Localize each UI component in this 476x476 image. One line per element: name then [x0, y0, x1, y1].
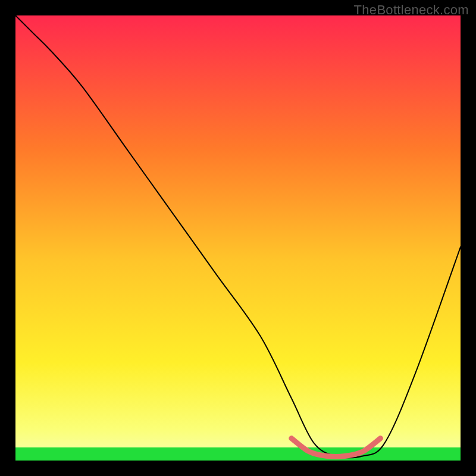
gradient-background — [15, 15, 461, 461]
optimal-green-band — [15, 447, 461, 461]
bottleneck-chart — [15, 15, 461, 461]
chart-container — [15, 15, 461, 461]
